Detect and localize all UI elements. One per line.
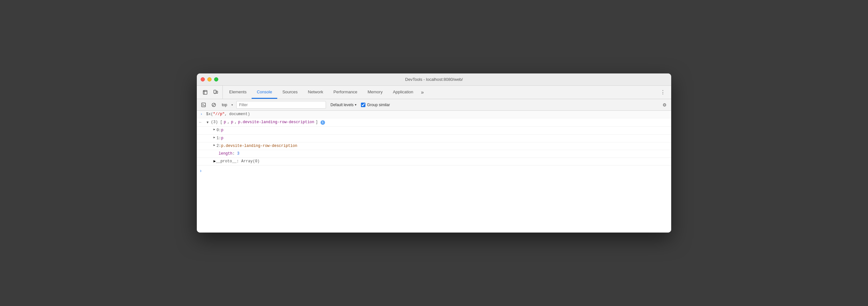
window-title: DevTools - localhost:8080/web/ bbox=[405, 77, 463, 82]
traffic-lights bbox=[200, 77, 218, 81]
item-0-expand-icon[interactable]: ▶ bbox=[214, 127, 215, 132]
close-button[interactable] bbox=[200, 77, 205, 81]
tabs-end: ⋮ bbox=[658, 86, 670, 99]
inspect-icon-button[interactable] bbox=[200, 88, 210, 97]
more-tabs-button[interactable]: » bbox=[418, 86, 426, 99]
tab-performance[interactable]: Performance bbox=[328, 86, 362, 99]
proto-line: ▶ __proto__: Array(0) bbox=[197, 158, 671, 166]
devtools-menu-button[interactable]: ⋮ bbox=[658, 88, 668, 97]
svg-rect-0 bbox=[203, 90, 207, 94]
input-entry-content: $x("//p", document) bbox=[206, 111, 671, 117]
svg-rect-1 bbox=[214, 90, 216, 93]
tab-memory[interactable]: Memory bbox=[363, 86, 388, 99]
minimize-button[interactable] bbox=[207, 77, 212, 81]
array-count: (3) [ bbox=[211, 119, 222, 126]
array-info-icon[interactable]: i bbox=[320, 120, 325, 125]
levels-chevron-icon: ▾ bbox=[355, 103, 356, 107]
maximize-button[interactable] bbox=[214, 77, 218, 81]
tab-application[interactable]: Application bbox=[388, 86, 418, 99]
gear-icon: ⚙ bbox=[662, 102, 667, 107]
console-prompt-line[interactable]: › bbox=[197, 166, 671, 176]
array-length-line: length: 3 bbox=[197, 150, 671, 158]
item-2-expand-icon[interactable]: ▶ bbox=[214, 143, 215, 147]
console-toolbar: top ▾ Default levels ▾ Group similar ⚙ bbox=[197, 99, 671, 111]
console-input-entry: › $x("//p", document) bbox=[197, 111, 671, 118]
group-similar-wrapper: Group similar bbox=[361, 103, 390, 107]
prompt-symbol: › bbox=[199, 167, 202, 174]
return-arrow-icon: ← bbox=[199, 120, 204, 126]
tab-sources[interactable]: Sources bbox=[277, 86, 303, 99]
context-selector[interactable]: top ▾ bbox=[220, 101, 234, 109]
array-item-0: ▶ 0: p bbox=[197, 127, 671, 134]
array-item-2: ▶ 2: p.devsite-landing-row-description bbox=[197, 142, 671, 150]
execute-script-button[interactable] bbox=[199, 101, 208, 109]
device-toggle-button[interactable] bbox=[211, 88, 220, 97]
tab-elements[interactable]: Elements bbox=[224, 86, 252, 99]
devtools-window: DevTools - localhost:8080/web/ Elements bbox=[197, 74, 671, 232]
array-item-1: ▶ 1: p bbox=[197, 135, 671, 142]
console-output[interactable]: › $x("//p", document) ← ▶ (3) [p, p, p.d… bbox=[197, 111, 671, 232]
toolbar-icons bbox=[198, 86, 223, 99]
expand-array-icon[interactable]: ▶ bbox=[205, 121, 210, 123]
tab-network[interactable]: Network bbox=[303, 86, 329, 99]
tab-console[interactable]: Console bbox=[252, 86, 277, 99]
context-select[interactable]: top bbox=[220, 101, 234, 109]
clear-console-button[interactable] bbox=[210, 101, 218, 109]
console-prompt-input[interactable] bbox=[204, 167, 669, 171]
tabs-bar: Elements Console Sources Network Perform… bbox=[197, 86, 671, 99]
title-bar: DevTools - localhost:8080/web/ bbox=[197, 74, 671, 86]
item-1-expand-icon[interactable]: ▶ bbox=[214, 135, 215, 140]
log-levels-button[interactable]: Default levels ▾ bbox=[328, 101, 359, 109]
group-similar-label: Group similar bbox=[367, 103, 390, 107]
group-similar-checkbox[interactable] bbox=[361, 103, 365, 107]
input-arrow-icon: › bbox=[200, 112, 205, 117]
filter-input[interactable] bbox=[236, 101, 326, 109]
svg-line-7 bbox=[213, 104, 215, 106]
console-settings-button[interactable]: ⚙ bbox=[660, 101, 669, 109]
svg-rect-2 bbox=[216, 91, 218, 93]
array-result-header[interactable]: ← ▶ (3) [p, p, p.devsite-landing-row-des… bbox=[197, 118, 671, 127]
